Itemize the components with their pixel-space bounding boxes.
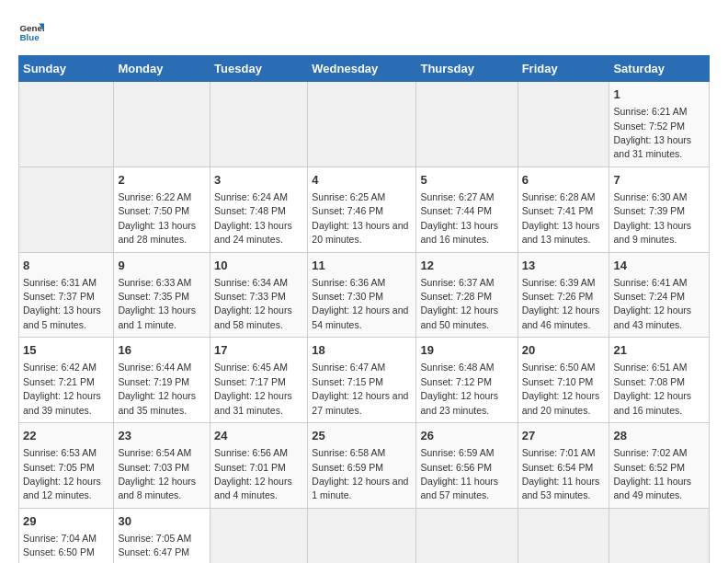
calendar-week-2: 2Sunrise: 6:22 AMSunset: 7:50 PMDaylight… (19, 167, 710, 252)
empty-cell (518, 82, 609, 167)
column-header-tuesday: Tuesday (210, 56, 308, 82)
column-header-saturday: Saturday (609, 56, 710, 82)
calendar-week-5: 22Sunrise: 6:53 AMSunset: 7:05 PMDayligh… (19, 423, 710, 509)
day-cell-7: 7Sunrise: 6:30 AMSunset: 7:39 PMDaylight… (609, 167, 710, 252)
day-cell-18: 18Sunrise: 6:47 AMSunset: 7:15 PMDayligh… (308, 338, 416, 423)
day-cell-25: 25Sunrise: 6:58 AMSunset: 6:59 PMDayligh… (308, 423, 416, 509)
empty-cell (416, 508, 518, 563)
day-cell-8: 8Sunrise: 6:31 AMSunset: 7:37 PMDaylight… (19, 252, 114, 338)
empty-cell (416, 82, 518, 167)
header-row: SundayMondayTuesdayWednesdayThursdayFrid… (19, 56, 710, 82)
empty-cell (114, 82, 210, 167)
svg-text:Blue: Blue (19, 32, 40, 42)
day-cell-20: 20Sunrise: 6:50 AMSunset: 7:10 PMDayligh… (518, 338, 609, 423)
calendar-week-3: 8Sunrise: 6:31 AMSunset: 7:37 PMDaylight… (19, 252, 710, 338)
day-cell-28: 28Sunrise: 7:02 AMSunset: 6:52 PMDayligh… (609, 423, 710, 509)
day-cell-12: 12Sunrise: 6:37 AMSunset: 7:28 PMDayligh… (416, 252, 518, 338)
day-cell-22: 22Sunrise: 6:53 AMSunset: 7:05 PMDayligh… (19, 423, 114, 509)
day-cell-11: 11Sunrise: 6:36 AMSunset: 7:30 PMDayligh… (308, 252, 416, 338)
day-cell-30: 30Sunrise: 7:05 AMSunset: 6:47 PMDayligh… (114, 508, 210, 563)
day-cell-6: 6Sunrise: 6:28 AMSunset: 7:41 PMDaylight… (518, 167, 609, 252)
day-cell-13: 13Sunrise: 6:39 AMSunset: 7:26 PMDayligh… (518, 252, 609, 338)
day-cell-17: 17Sunrise: 6:45 AMSunset: 7:17 PMDayligh… (210, 338, 308, 423)
day-cell-1: 1Sunrise: 6:21 AMSunset: 7:52 PMDaylight… (609, 82, 710, 167)
day-cell-19: 19Sunrise: 6:48 AMSunset: 7:12 PMDayligh… (416, 338, 518, 423)
day-cell-9: 9Sunrise: 6:33 AMSunset: 7:35 PMDaylight… (114, 252, 210, 338)
day-cell-15: 15Sunrise: 6:42 AMSunset: 7:21 PMDayligh… (19, 338, 114, 423)
day-cell-16: 16Sunrise: 6:44 AMSunset: 7:19 PMDayligh… (114, 338, 210, 423)
day-cell-10: 10Sunrise: 6:34 AMSunset: 7:33 PMDayligh… (210, 252, 308, 338)
empty-cell (19, 82, 114, 167)
logo-icon: General Blue (18, 18, 44, 44)
calendar-table: SundayMondayTuesdayWednesdayThursdayFrid… (18, 55, 710, 563)
day-cell-27: 27Sunrise: 7:01 AMSunset: 6:54 PMDayligh… (518, 423, 609, 509)
calendar-week-4: 15Sunrise: 6:42 AMSunset: 7:21 PMDayligh… (19, 338, 710, 423)
empty-cell (308, 508, 416, 563)
day-cell-4: 4Sunrise: 6:25 AMSunset: 7:46 PMDaylight… (308, 167, 416, 252)
day-cell-29: 29Sunrise: 7:04 AMSunset: 6:50 PMDayligh… (19, 508, 114, 563)
logo: General Blue (18, 18, 44, 44)
empty-cell (308, 82, 416, 167)
empty-cell (210, 82, 308, 167)
day-cell-5: 5Sunrise: 6:27 AMSunset: 7:44 PMDaylight… (416, 167, 518, 252)
day-cell-26: 26Sunrise: 6:59 AMSunset: 6:56 PMDayligh… (416, 423, 518, 509)
day-cell-24: 24Sunrise: 6:56 AMSunset: 7:01 PMDayligh… (210, 423, 308, 509)
empty-cell (518, 508, 609, 563)
column-header-wednesday: Wednesday (308, 56, 416, 82)
column-header-sunday: Sunday (19, 56, 114, 82)
day-cell-23: 23Sunrise: 6:54 AMSunset: 7:03 PMDayligh… (114, 423, 210, 509)
day-cell-2: 2Sunrise: 6:22 AMSunset: 7:50 PMDaylight… (114, 167, 210, 252)
empty-cell (210, 508, 308, 563)
day-cell-14: 14Sunrise: 6:41 AMSunset: 7:24 PMDayligh… (609, 252, 710, 338)
column-header-monday: Monday (114, 56, 210, 82)
calendar-week-1: 1Sunrise: 6:21 AMSunset: 7:52 PMDaylight… (19, 82, 710, 167)
empty-cell (19, 167, 114, 252)
column-header-friday: Friday (518, 56, 609, 82)
empty-cell (609, 508, 710, 563)
day-cell-21: 21Sunrise: 6:51 AMSunset: 7:08 PMDayligh… (609, 338, 710, 423)
calendar-week-6: 29Sunrise: 7:04 AMSunset: 6:50 PMDayligh… (19, 508, 710, 563)
day-cell-3: 3Sunrise: 6:24 AMSunset: 7:48 PMDaylight… (210, 167, 308, 252)
column-header-thursday: Thursday (416, 56, 518, 82)
